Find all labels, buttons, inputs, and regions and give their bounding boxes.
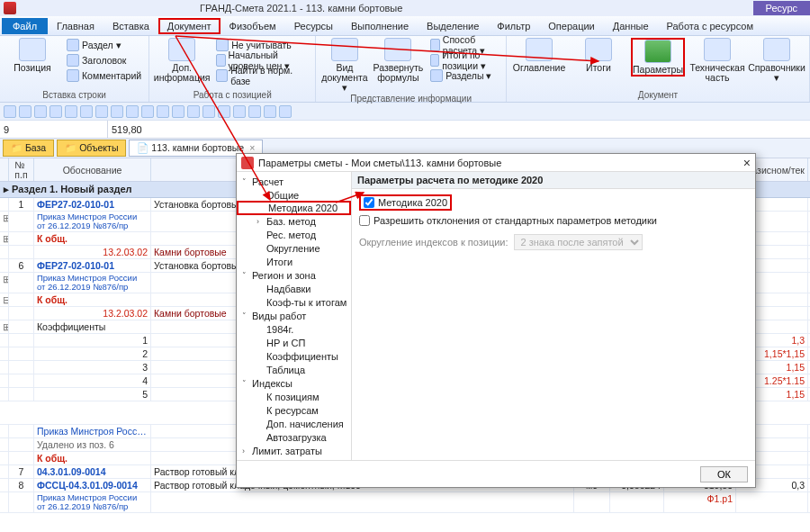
qat-icon[interactable]: [172, 105, 184, 118]
dialog-right-header: Параметры расчета по методике 2020: [352, 172, 755, 189]
tree-limitzatraty[interactable]: Лимит. затраты: [237, 444, 351, 457]
menu-data[interactable]: Данные: [604, 18, 658, 34]
itemtotals-button[interactable]: Итоги по позиции ▾: [428, 53, 500, 68]
base-button[interactable]: 📁 База: [3, 140, 54, 157]
window-title: ГРАНД-Смета 2021.1 - 113. камни бортовые: [200, 3, 402, 14]
header-icon: [67, 54, 79, 67]
col-num: № п.п: [9, 158, 34, 181]
ribbon: Позиция Раздел ▾ Заголовок Комментарий В…: [0, 36, 810, 103]
menu-operations[interactable]: Операции: [539, 18, 603, 34]
ribbon-group-insert: Позиция Раздел ▾ Заголовок Комментарий В…: [0, 36, 149, 102]
quick-access-toolbar: [0, 103, 810, 121]
close-tab-icon[interactable]: ×: [249, 142, 255, 153]
tree-obshie[interactable]: Общие: [237, 188, 351, 202]
cross-icon: [216, 39, 229, 51]
tree-bazmetod[interactable]: Баз. метод: [237, 214, 351, 228]
qat-icon[interactable]: [65, 105, 77, 118]
qat-icon[interactable]: [95, 105, 108, 118]
qat-icon[interactable]: [202, 105, 215, 118]
position-button[interactable]: Позиция: [5, 38, 59, 73]
menu-selection[interactable]: Выделение: [418, 18, 488, 34]
tree-dopnach[interactable]: Доп. начисления: [237, 417, 351, 430]
qat-icon[interactable]: [233, 105, 246, 118]
sections-button[interactable]: Разделы ▾: [428, 68, 500, 83]
qat-icon[interactable]: [111, 105, 123, 118]
qat-icon[interactable]: [4, 105, 16, 118]
name-box[interactable]: 9: [0, 121, 108, 138]
techpart-button[interactable]: Техническая часть: [690, 38, 744, 83]
dopinfo-button[interactable]: Доп. информация: [155, 38, 209, 83]
col-obos: Обоснование: [34, 158, 151, 181]
qat-icon[interactable]: [34, 105, 47, 118]
tree-region[interactable]: Регион и зона: [237, 268, 351, 282]
rounding-select[interactable]: 2 знака после запятой: [514, 234, 643, 250]
tree-nadbavki[interactable]: Надбавки: [237, 282, 351, 295]
comment-button[interactable]: Комментарий: [65, 68, 143, 83]
tree-okruglenie[interactable]: Округление: [237, 241, 351, 255]
dialog-titlebar[interactable]: Параметры сметы - Мои сметы\113. камни б…: [237, 154, 755, 172]
tree-koefitogi[interactable]: Коэф-ты к итогам: [237, 295, 351, 309]
qat-icon[interactable]: [218, 105, 230, 118]
qat-icon[interactable]: [126, 105, 139, 118]
tree-tablica[interactable]: Таблица: [237, 363, 351, 376]
qat-icon[interactable]: [248, 105, 261, 118]
totals-button[interactable]: Итоги: [572, 38, 626, 73]
menu-execution[interactable]: Выполнение: [342, 18, 418, 34]
qat-icon[interactable]: [19, 105, 32, 118]
menu-resource-work[interactable]: Работа с ресурсом: [658, 18, 762, 34]
dialog-footer: ОК: [237, 460, 755, 487]
tree-indexy[interactable]: Индексы: [237, 376, 351, 390]
expandformulas-button[interactable]: Развернуть формулы: [374, 38, 424, 83]
tree-resmetod[interactable]: Рес. метод: [237, 228, 351, 241]
menu-document[interactable]: Документ: [158, 18, 220, 34]
level-icon: [216, 54, 225, 67]
qat-icon[interactable]: [50, 105, 62, 118]
qat-icon[interactable]: [187, 105, 200, 118]
dialog-tree[interactable]: Расчет Общие Методика 2020 Баз. метод Ре…: [237, 172, 352, 460]
findnorm-button[interactable]: Найти в норм. базе: [214, 68, 310, 83]
qat-icon[interactable]: [157, 105, 169, 118]
close-icon[interactable]: ×: [743, 156, 751, 170]
allow-deviation-checkbox[interactable]: Разрешить отклонения от стандартных пара…: [359, 215, 748, 226]
parameters-button[interactable]: Параметры: [631, 38, 685, 77]
formula-input[interactable]: 519,80: [108, 124, 810, 135]
tree-kres[interactable]: К ресурсам: [237, 403, 351, 417]
viewdoc-button[interactable]: Вид документа ▾: [321, 38, 367, 93]
tree-1984[interactable]: 1984г.: [237, 322, 351, 336]
qat-icon[interactable]: [279, 105, 292, 118]
metodika2020-checkbox[interactable]: Методика 2020: [359, 194, 452, 211]
tree-itogi[interactable]: Итоги: [237, 255, 351, 268]
qat-icon[interactable]: [141, 105, 154, 118]
tree-avtozagruzka[interactable]: Автозагрузка: [237, 430, 351, 444]
qat-icon[interactable]: [264, 105, 276, 118]
table-row[interactable]: Приказ Минстроя России от 26.12.2019 №87…: [0, 492, 810, 513]
sections-icon: [430, 69, 443, 82]
menu-file[interactable]: Файл: [2, 18, 48, 34]
tree-metodika2020[interactable]: Методика 2020: [237, 201, 351, 215]
metodika2020-input[interactable]: [364, 197, 374, 208]
ok-button[interactable]: ОК: [700, 466, 748, 482]
header-button[interactable]: Заголовок: [65, 53, 143, 68]
menu-bar: Файл Главная Вставка Документ Физобъем Р…: [0, 16, 810, 36]
totals-icon: [585, 38, 612, 61]
tree-kpoz[interactable]: К позициям: [237, 390, 351, 403]
menu-insert[interactable]: Вставка: [104, 18, 158, 34]
tree-raschet[interactable]: Расчет: [237, 175, 351, 188]
toc-button[interactable]: Оглавление: [512, 38, 566, 73]
tree-vidyrabot[interactable]: Виды работ: [237, 309, 351, 322]
tree-koef[interactable]: Коэффициенты: [237, 349, 351, 363]
group-label-pres: Представление информации: [321, 93, 500, 104]
qat-icon[interactable]: [80, 105, 93, 118]
menu-main[interactable]: Главная: [48, 18, 104, 34]
menu-filter[interactable]: Фильтр: [488, 18, 539, 34]
ribbon-group-document: Оглавление Итоги Параметры Техническая ч…: [507, 36, 810, 102]
allow-deviation-input[interactable]: [359, 215, 370, 226]
tab-objects[interactable]: 📁 Объекты: [57, 140, 126, 157]
section-button[interactable]: Раздел ▾: [65, 38, 143, 52]
menu-resources[interactable]: Ресурсы: [285, 18, 342, 34]
resource-context-tab[interactable]: Ресурс: [753, 1, 810, 15]
menu-fizobem[interactable]: Физобъем: [220, 18, 285, 34]
table-icon: [331, 38, 358, 61]
handbooks-button[interactable]: Справочники ▾: [750, 38, 804, 83]
tree-nrsp[interactable]: НР и СП: [237, 336, 351, 349]
